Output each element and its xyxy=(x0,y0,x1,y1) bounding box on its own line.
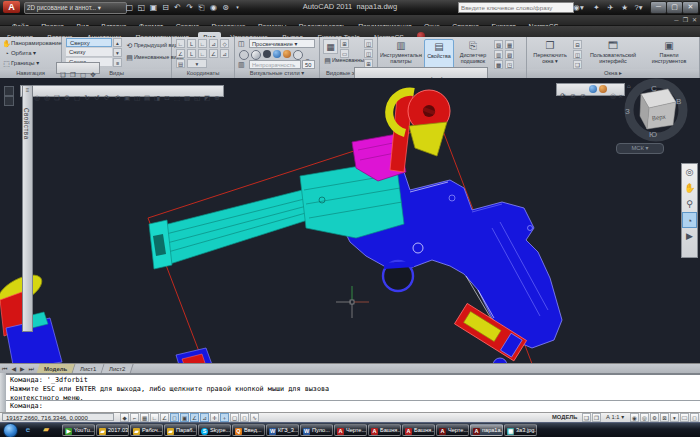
view-bottom-item[interactable]: Снизу xyxy=(66,48,112,57)
subscription-key-icon[interactable]: ✦ xyxy=(590,2,603,13)
panel-label-visual-styles[interactable]: Визуальные стили ▾ xyxy=(235,69,319,78)
infer-constraints-toggle[interactable]: ◆ xyxy=(120,413,129,422)
close-button[interactable]: ✕ xyxy=(682,1,699,14)
plot-icon[interactable]: ⊟ xyxy=(160,2,171,13)
lights-icon[interactable]: ▨ xyxy=(505,50,514,59)
ucs-world-icon[interactable]: L xyxy=(187,39,196,48)
extents-button[interactable]: ⬚Границы ▾ xyxy=(2,59,39,68)
doc-close-icon[interactable]: ✕ xyxy=(690,16,699,24)
app-window-icon[interactable]: 🖵 xyxy=(680,413,689,422)
search-input[interactable]: Введите ключевое слово/фразу xyxy=(458,2,574,13)
application-menu-button[interactable]: A xyxy=(3,1,20,13)
view-list-more-icon[interactable]: ≡ xyxy=(113,58,122,67)
view-tool-icon[interactable]: ↺ xyxy=(92,93,102,103)
zoom-tool-icon[interactable]: ⚲ xyxy=(682,196,697,212)
quick-view-layouts-icon[interactable]: ❏ xyxy=(582,413,591,422)
ucs-3point-icon[interactable]: ∟ xyxy=(198,49,207,58)
taskbar-item[interactable]: AЧерте... xyxy=(436,424,469,436)
style-2dwireframe-icon[interactable] xyxy=(239,50,249,60)
snap-toggle[interactable]: ⌐ xyxy=(130,413,139,422)
ucs-object-icon[interactable]: ◇ xyxy=(220,39,229,48)
communication-center-icon[interactable]: ✈ xyxy=(604,2,617,13)
showmotion-icon[interactable]: ▶ xyxy=(682,228,697,244)
model-space-button[interactable]: МОДЕЛЬ xyxy=(552,413,578,422)
new-file-icon[interactable]: ▢ xyxy=(124,2,135,13)
taskbar-item[interactable]: ▰Параб... xyxy=(164,424,197,436)
view-tool-icon[interactable]: ❏ xyxy=(52,93,62,103)
qp-toggle[interactable]: ◻ xyxy=(240,413,249,422)
tpy-toggle[interactable]: ▢ xyxy=(230,413,239,422)
taskbar-item[interactable]: ▰2017.03... xyxy=(96,424,129,436)
dyn-toggle[interactable]: ✛ xyxy=(210,413,219,422)
qat-more-icon[interactable]: ▾ xyxy=(232,2,243,13)
command-input[interactable]: Команда: xyxy=(10,402,43,410)
redo-icon[interactable]: ↷ xyxy=(184,2,195,13)
annotation-scale-button[interactable]: А 1:1 ▾ xyxy=(606,413,624,422)
cascade-icon[interactable]: ❏ xyxy=(573,60,582,69)
pistol-model[interactable] xyxy=(149,90,562,363)
panel-label-windows[interactable]: Окна ▸ xyxy=(527,69,699,78)
taskbar-item[interactable]: WКГЗ_3... xyxy=(266,424,299,436)
lock-icon[interactable]: ⊠ xyxy=(660,413,669,422)
xray-dropdown[interactable]: Просвечивание ▾ xyxy=(249,39,315,48)
pan-button[interactable]: ✋Панорамирование xyxy=(2,39,62,48)
ucs-y-icon[interactable]: ⊿ xyxy=(220,49,229,58)
previous-view-button[interactable]: ⟲Предыдущий вид xyxy=(125,41,178,50)
style-realistic-icon[interactable] xyxy=(273,50,281,58)
vp-two-icon[interactable]: ◫ xyxy=(364,49,373,58)
sphere-icon[interactable]: ◉ xyxy=(208,2,219,13)
pan-tool-icon[interactable]: ✋ xyxy=(682,180,697,196)
materials-icon[interactable]: ▩ xyxy=(494,60,503,69)
print-icon[interactable]: ⎗ xyxy=(196,2,207,13)
ucs-origin-icon[interactable]: ∠ xyxy=(176,49,185,58)
viewport-join-icon[interactable]: ⊞ xyxy=(340,39,349,48)
ucs-x-icon[interactable]: ∠ xyxy=(209,49,218,58)
sc-toggle[interactable]: ∿ xyxy=(250,413,259,422)
visual-lisp-icon[interactable]: ◳ xyxy=(505,60,514,69)
user-interface-button[interactable]: 🗔Пользовательский интерфейс xyxy=(587,39,639,73)
grid-toggle[interactable]: ▦ xyxy=(140,413,149,422)
view-tool-icon[interactable]: ⊕ xyxy=(212,93,222,103)
minimize-button[interactable]: ─ xyxy=(650,1,667,14)
panel-label-navigation[interactable]: Навигация xyxy=(0,69,61,78)
view-tool-icon[interactable]: ◨ xyxy=(152,93,162,103)
quickcalc-icon[interactable]: ▦ xyxy=(505,40,514,49)
taskbar-item[interactable]: AБашня... xyxy=(402,424,435,436)
style-hidden-icon[interactable] xyxy=(263,50,271,58)
orbit-tool-icon[interactable]: ⊘ xyxy=(578,91,588,101)
panel-label-coordinates[interactable]: Координаты xyxy=(172,69,234,78)
opacity-value[interactable]: 50 xyxy=(302,60,315,69)
detail-fragment-bottom[interactable] xyxy=(176,348,214,363)
toolbar-close-icon[interactable]: ✕ xyxy=(618,91,623,101)
taskbar-item[interactable]: SSkype... xyxy=(198,424,231,436)
maximize-button[interactable]: ▢ xyxy=(666,1,683,14)
workspace-dropdown[interactable]: 2D рисование и аннот... ▾ xyxy=(24,2,127,14)
3dosnap-toggle[interactable]: ▣ xyxy=(180,413,189,422)
view-list-up-icon[interactable]: ▴ xyxy=(113,38,122,47)
command-gutter[interactable] xyxy=(0,373,6,412)
view-tool-icon[interactable]: ◎ xyxy=(32,93,42,103)
globe-icon[interactable]: ⊛ xyxy=(220,2,231,13)
vp-single-icon[interactable]: ◫ xyxy=(364,39,373,48)
taskbar-item[interactable]: QВвед... xyxy=(232,424,265,436)
ortho-toggle[interactable]: ∟ xyxy=(150,413,159,422)
orbit-button[interactable]: ◔Орбита ▾ xyxy=(2,49,36,58)
style-shaded-icon[interactable] xyxy=(283,50,291,58)
view-tool-icon[interactable]: ◱ xyxy=(192,93,202,103)
tile-vertical-icon[interactable]: ◫ xyxy=(573,50,582,59)
view-tool-icon[interactable]: ⟲ xyxy=(112,93,122,103)
view-tool-icon[interactable]: ◩ xyxy=(202,93,212,103)
steering-wheel-icon[interactable]: ◎ xyxy=(682,164,697,180)
view-tool-icon[interactable]: ↻ xyxy=(82,93,92,103)
ucs-settings-icon[interactable]: ▾ xyxy=(187,59,207,68)
otrack-toggle[interactable]: ∠ xyxy=(190,413,199,422)
taskbar-item-active[interactable]: Aпара1а... xyxy=(470,424,503,436)
orbit-tool-icon[interactable]: ⟳ xyxy=(558,91,568,101)
autoscale-icon[interactable]: ◎ xyxy=(640,413,649,422)
quick-view-drawings-icon[interactable]: ❐ xyxy=(592,413,601,422)
osnap-toggle[interactable]: ◻ xyxy=(170,413,179,422)
view-tool-icon[interactable]: ⊡ xyxy=(162,93,172,103)
ducs-toggle[interactable]: ⊿ xyxy=(200,413,209,422)
view-tool-icon[interactable]: ▤ xyxy=(142,93,152,103)
named-viewports-button[interactable]: ▤Именованные xyxy=(323,56,367,65)
